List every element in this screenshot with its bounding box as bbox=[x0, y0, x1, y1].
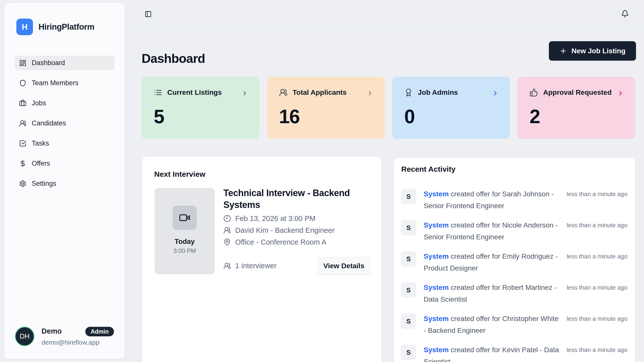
award-icon bbox=[404, 88, 413, 97]
interviewer-count-row: 1 interviewer bbox=[223, 262, 276, 270]
interview-meta: Feb 13, 2026 at 3:00 PM David Kim - Back… bbox=[223, 215, 372, 246]
activity-item: S System created offer for Christopher W… bbox=[401, 313, 627, 336]
plus-icon bbox=[559, 47, 567, 55]
sidebar-item-team-members[interactable]: Team Members bbox=[15, 76, 114, 90]
stat-label: Job Admins bbox=[418, 88, 458, 97]
activity-message: System created offer for Sarah Johnson -… bbox=[424, 188, 559, 212]
thumbs-up-icon bbox=[530, 88, 538, 97]
avatar: DH bbox=[15, 327, 34, 346]
sidebar: H HiringPlatform Dashboard Team Members … bbox=[4, 3, 125, 359]
new-job-listing-label: New Job Listing bbox=[572, 47, 626, 55]
dollar-icon bbox=[19, 160, 26, 167]
stat-card-header: Job Admins bbox=[404, 88, 498, 97]
interviewer-count: 1 interviewer bbox=[235, 262, 276, 270]
activity-avatar: S bbox=[401, 220, 416, 236]
activity-item: S System created offer for Sarah Johnson… bbox=[401, 188, 627, 212]
user-email: demo@hireflow.app bbox=[42, 339, 99, 346]
activity-item: S System created offer for Kevin Patel -… bbox=[401, 344, 627, 362]
activity-avatar: S bbox=[401, 189, 416, 204]
chevron-right-icon bbox=[367, 90, 374, 97]
brand-name: HiringPlatform bbox=[38, 22, 94, 32]
activity-timestamp: less than a minute ago bbox=[567, 282, 628, 293]
activity-message: System created offer for Emily Rodriguez… bbox=[424, 250, 559, 274]
interview-title: Technical Interview - Backend Systems bbox=[223, 187, 372, 211]
brand-logo-letter: H bbox=[22, 22, 27, 32]
shield-icon bbox=[19, 79, 26, 87]
view-details-button[interactable]: View Details bbox=[317, 257, 370, 275]
sidebar-item-dashboard[interactable]: Dashboard bbox=[15, 56, 114, 70]
activity-message: System created offer for Nicole Anderson… bbox=[424, 219, 559, 243]
sidebar-item-label: Jobs bbox=[32, 99, 46, 107]
sidebar-item-label: Dashboard bbox=[32, 59, 65, 67]
chevron-right-icon bbox=[241, 90, 248, 97]
brand-logo: H bbox=[16, 19, 33, 35]
stat-value: 16 bbox=[279, 105, 300, 128]
activity-list: S System created offer for Sarah Johnson… bbox=[401, 188, 627, 362]
notifications-button[interactable] bbox=[618, 7, 632, 21]
sidebar-toggle-button[interactable] bbox=[141, 7, 155, 21]
map-pin-icon bbox=[223, 238, 231, 246]
sidebar-item-label: Settings bbox=[32, 180, 56, 188]
activity-actor-link[interactable]: System bbox=[424, 190, 449, 198]
activity-actor-link[interactable]: System bbox=[424, 346, 449, 354]
activity-item: S System created offer for Emily Rodrigu… bbox=[401, 250, 627, 274]
panel-left-icon bbox=[145, 11, 152, 18]
activity-actor-link[interactable]: System bbox=[424, 315, 449, 323]
next-interview-card: Next Interview Today 3:00 PM Technical I… bbox=[142, 157, 382, 362]
activity-timestamp: less than a minute ago bbox=[567, 250, 628, 262]
sidebar-item-tasks[interactable]: Tasks bbox=[15, 136, 114, 151]
interview-location: Office - Conference Room A bbox=[235, 238, 326, 246]
activity-message: System created offer for Robert Martinez… bbox=[424, 282, 559, 305]
stat-card-job-admins[interactable]: Job Admins 0 bbox=[392, 77, 510, 139]
interview-datetime-row: Feb 13, 2026 at 3:00 PM bbox=[223, 215, 372, 222]
activity-timestamp: less than a minute ago bbox=[567, 344, 628, 356]
new-job-listing-button[interactable]: New Job Listing bbox=[549, 41, 636, 61]
list-icon bbox=[154, 88, 162, 97]
users-icon bbox=[19, 120, 26, 127]
activity-actor-link[interactable]: System bbox=[424, 284, 449, 291]
stat-card-header: Current Listings bbox=[154, 88, 247, 97]
stat-value: 2 bbox=[530, 105, 540, 128]
sidebar-nav: Dashboard Team Members Jobs Candidates T… bbox=[15, 56, 114, 191]
activity-avatar: S bbox=[401, 313, 416, 329]
role-badge: Admin bbox=[85, 327, 114, 336]
recent-activity-heading: Recent Activity bbox=[401, 165, 456, 173]
stat-label: Total Applicants bbox=[293, 88, 347, 97]
video-camera-icon bbox=[179, 212, 190, 223]
users-icon bbox=[279, 88, 288, 97]
stat-card-approval-requested[interactable]: Approval Requested 2 bbox=[517, 77, 635, 139]
brand: H HiringPlatform bbox=[16, 19, 94, 35]
users-icon bbox=[223, 262, 231, 270]
dashboard-grid-icon bbox=[19, 59, 26, 67]
chevron-right-icon bbox=[492, 90, 499, 97]
stat-label: Current Listings bbox=[167, 88, 222, 97]
chevron-right-icon bbox=[617, 90, 624, 97]
activity-avatar: S bbox=[401, 251, 416, 267]
activity-timestamp: less than a minute ago bbox=[567, 313, 628, 325]
sidebar-item-label: Team Members bbox=[32, 79, 78, 87]
gear-icon bbox=[19, 180, 26, 187]
sidebar-item-settings[interactable]: Settings bbox=[15, 176, 114, 191]
stat-card-total-applicants[interactable]: Total Applicants 16 bbox=[267, 77, 385, 139]
sidebar-item-candidates[interactable]: Candidates bbox=[15, 116, 114, 130]
activity-avatar: S bbox=[401, 282, 416, 298]
bell-icon bbox=[621, 10, 629, 18]
activity-actor-link[interactable]: System bbox=[424, 252, 449, 260]
sidebar-item-offers[interactable]: Offers bbox=[15, 156, 114, 171]
sidebar-item-jobs[interactable]: Jobs bbox=[15, 96, 114, 110]
stat-card-current-listings[interactable]: Current Listings 5 bbox=[142, 77, 259, 139]
activity-actor-link[interactable]: System bbox=[424, 221, 449, 229]
interview-datetime: Feb 13, 2026 at 3:00 PM bbox=[235, 215, 315, 222]
user-name: Demo bbox=[42, 327, 62, 335]
interview-day: Today bbox=[154, 237, 215, 246]
briefcase-icon bbox=[19, 100, 26, 107]
interview-date-tile: Today 3:00 PM bbox=[154, 188, 215, 274]
sidebar-user-section[interactable]: DH Demo Admin demo@hireflow.app bbox=[4, 319, 125, 359]
users-icon bbox=[223, 227, 231, 234]
avatar-initials: DH bbox=[20, 333, 30, 340]
activity-timestamp: less than a minute ago bbox=[567, 188, 628, 200]
activity-timestamp: less than a minute ago bbox=[567, 219, 628, 231]
stats-row: Current Listings 5 Total Applicants 16 J… bbox=[142, 77, 635, 139]
recent-activity-card: Recent Activity S System created offer f… bbox=[394, 158, 635, 362]
video-icon-box bbox=[173, 206, 197, 230]
